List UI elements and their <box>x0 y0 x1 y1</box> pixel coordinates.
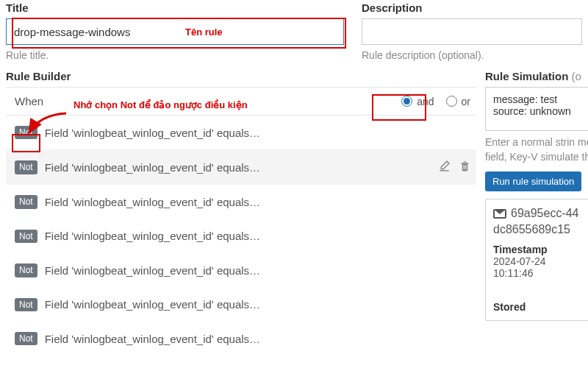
radio-or-input[interactable] <box>446 96 457 107</box>
not-chip[interactable]: Not <box>15 263 37 277</box>
title-help: Rule title. <box>6 49 344 61</box>
rule-text: Field 'winlogbeat_winlog_event_id' equal… <box>45 230 260 242</box>
rule-item[interactable]: Not Field 'winlogbeat_winlog_event_id' e… <box>6 288 476 322</box>
description-label: Description <box>362 1 582 14</box>
not-chip[interactable]: Not <box>15 195 37 208</box>
trash-icon[interactable] <box>459 160 470 174</box>
rule-text: Field 'winlogbeat_winlog_event_id' equal… <box>45 298 260 311</box>
envelope-icon <box>493 209 506 219</box>
sim-timestamp-value: 2024-07-24 10:11:46 <box>493 255 588 279</box>
not-chip[interactable]: Not <box>15 298 37 311</box>
not-chip[interactable]: Not <box>15 230 37 243</box>
not-chip[interactable]: Not <box>15 160 37 174</box>
sim-section-label: Rule Simulation (o <box>485 70 588 82</box>
rule-text: Field 'winlogbeat_winlog_event_id' equal… <box>45 127 260 139</box>
sim-stored-label: Stored <box>493 301 588 313</box>
rules-list: Not Field 'winlogbeat_winlog_event_id' e… <box>6 116 476 355</box>
rule-item[interactable]: Not Field 'winlogbeat_winlog_event_id' e… <box>6 219 476 253</box>
sim-result-id1: 69a95ecc-44 <box>511 207 579 220</box>
rule-text: Field 'winlogbeat_winlog_event_id' equal… <box>45 196 260 208</box>
rule-text: Field 'winlogbeat_winlog_event_id' equal… <box>45 333 260 345</box>
sim-timestamp-label: Timestamp <box>493 244 588 255</box>
rule-item[interactable]: Not Field 'winlogbeat_winlog_event_id' e… <box>6 116 476 149</box>
when-label: When <box>15 95 43 107</box>
svg-rect-0 <box>464 166 465 170</box>
sim-result-id2: dc8655689c15 <box>493 223 588 236</box>
radio-or-label: or <box>462 96 470 107</box>
sim-textarea[interactable] <box>485 87 588 131</box>
sim-result-card: 69a95ecc-44 dc8655689c15 Timestamp 2024-… <box>485 199 588 321</box>
radio-and-input[interactable] <box>401 96 412 107</box>
edit-icon[interactable] <box>438 160 451 174</box>
rule-item[interactable]: Not Field 'winlogbeat_winlog_event_id' e… <box>6 149 476 185</box>
description-help: Rule description (optional). <box>362 49 582 61</box>
title-input[interactable] <box>6 18 344 45</box>
radio-and[interactable]: and <box>401 96 434 107</box>
sim-help: Enter a normal strin message field, Key-… <box>485 135 588 164</box>
description-input[interactable] <box>362 18 582 45</box>
svg-rect-1 <box>465 166 466 170</box>
radio-and-label: and <box>417 96 434 107</box>
not-chip[interactable]: Not <box>15 126 37 139</box>
title-label: Title <box>6 1 344 14</box>
rule-item[interactable]: Not Field 'winlogbeat_winlog_event_id' e… <box>6 185 476 219</box>
radio-or[interactable]: or <box>446 96 470 107</box>
rule-item[interactable]: Not Field 'winlogbeat_winlog_event_id' e… <box>6 322 476 355</box>
rule-item[interactable]: Not Field 'winlogbeat_winlog_event_id' e… <box>6 253 476 287</box>
run-simulation-button[interactable]: Run rule simulation <box>485 171 581 191</box>
rule-text: Field 'winlogbeat_winlog_event_id' equal… <box>45 264 260 277</box>
builder-section-label: Rule Builder <box>6 70 476 82</box>
not-chip[interactable]: Not <box>15 332 37 345</box>
rule-text: Field 'winlogbeat_winlog_event_id' equal… <box>45 161 260 174</box>
